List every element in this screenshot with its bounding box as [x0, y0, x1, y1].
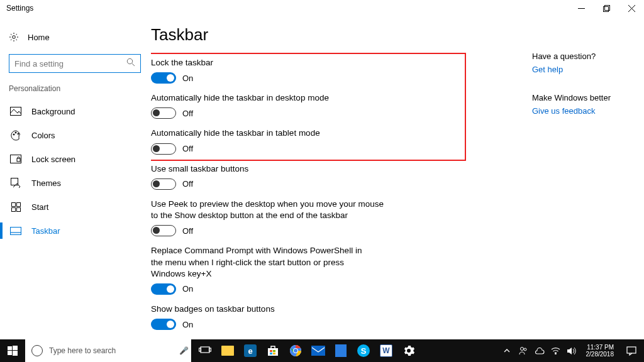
toggle-autohide-desktop[interactable]: [151, 107, 176, 119]
toggle-state: Off: [182, 109, 193, 118]
svg-rect-31: [270, 353, 272, 354]
sidebar-item-start[interactable]: Start: [9, 195, 151, 219]
toggle-lock-taskbar[interactable]: [151, 72, 176, 84]
window-title: Settings: [6, 4, 33, 13]
svg-rect-42: [627, 347, 636, 353]
svg-point-9: [13, 134, 14, 135]
svg-rect-26: [199, 348, 201, 351]
sidebar-item-label: Start: [31, 202, 48, 212]
tray-wifi-icon[interactable]: [550, 339, 562, 362]
svg-point-38: [520, 348, 523, 351]
nav-category: Personalization: [9, 84, 151, 93]
toggle-autohide-tablet[interactable]: [151, 143, 176, 155]
edge-icon: e: [244, 344, 257, 357]
sidebar-item-colors[interactable]: Colors: [9, 123, 151, 147]
get-help-link[interactable]: Get help: [532, 65, 626, 74]
svg-point-36: [294, 349, 297, 353]
taskbar-app-generic-1[interactable]: [330, 339, 352, 362]
action-center-button[interactable]: [621, 339, 641, 362]
svg-rect-27: [209, 348, 211, 351]
sidebar-item-label: Lock screen: [31, 155, 75, 164]
svg-rect-29: [270, 350, 272, 352]
taskbar-app-settings[interactable]: [398, 339, 419, 362]
task-view-icon: [199, 344, 211, 357]
start-button[interactable]: [0, 339, 25, 362]
taskbar-app-store[interactable]: [262, 339, 284, 362]
page-title: Taskbar: [151, 25, 644, 45]
toggle-state: Off: [182, 226, 193, 236]
home-button[interactable]: Home: [9, 28, 151, 47]
setting-label: Replace Command Prompt with Windows Powe…: [151, 245, 371, 280]
svg-rect-12: [11, 155, 21, 163]
setting-label: Lock the taskbar: [151, 57, 384, 69]
tray-chevron-up-icon[interactable]: [501, 339, 513, 362]
sidebar-item-lock-screen[interactable]: Lock screen: [9, 147, 151, 171]
sidebar-item-background[interactable]: Background: [9, 99, 151, 123]
clock-time: 11:37 PM: [586, 344, 614, 351]
toggle-small-buttons[interactable]: [151, 178, 176, 190]
svg-marker-41: [567, 348, 572, 354]
taskbar-app-chrome[interactable]: [285, 339, 306, 362]
main-panel: Taskbar Lock the taskbar On Automaticall…: [151, 16, 644, 339]
windows-taskbar: Type here to search 🎤 e S W: [0, 339, 644, 362]
svg-rect-23: [8, 351, 12, 355]
title-bar: Settings: [0, 0, 644, 16]
tray-volume-icon[interactable]: [566, 339, 579, 362]
settings-search[interactable]: [9, 54, 141, 73]
chrome-icon: [289, 344, 302, 357]
svg-rect-32: [273, 353, 275, 354]
skype-icon: S: [357, 344, 370, 357]
colors-icon: [9, 130, 23, 141]
sidebar-item-label: Taskbar: [31, 226, 60, 236]
taskbar-app-edge[interactable]: e: [240, 339, 261, 362]
window-controls: [569, 0, 644, 16]
tray-cloud-icon[interactable]: [533, 339, 546, 362]
sidebar-item-label: Colors: [31, 131, 55, 140]
toggle-state: On: [182, 74, 193, 83]
setting-label: Use small taskbar buttons: [151, 163, 384, 175]
svg-rect-18: [16, 207, 20, 211]
taskbar-search[interactable]: Type here to search 🎤: [25, 339, 192, 362]
sidebar-item-themes[interactable]: Themes: [9, 171, 151, 195]
toggle-badges[interactable]: [151, 319, 176, 330]
taskbar-app-mail[interactable]: [308, 339, 329, 362]
sidebar-item-label: Background: [31, 107, 75, 116]
store-icon: [267, 344, 279, 357]
background-icon: [9, 107, 23, 116]
svg-point-5: [13, 36, 16, 39]
toggle-state: On: [182, 320, 193, 329]
tray-people-icon[interactable]: [517, 339, 530, 362]
svg-rect-25: [201, 347, 209, 353]
themes-icon: [9, 178, 23, 188]
microphone-icon[interactable]: 🎤: [179, 346, 189, 355]
feedback-link[interactable]: Give us feedback: [532, 106, 626, 116]
taskbar-app-word[interactable]: W: [375, 339, 397, 362]
close-button[interactable]: [619, 0, 644, 16]
toggle-peek[interactable]: [151, 225, 176, 236]
help-pane: Have a question? Get help Make Windows b…: [532, 52, 626, 134]
taskbar-app-file-explorer[interactable]: [217, 339, 238, 362]
gear-icon: [9, 32, 19, 42]
sidebar-item-taskbar[interactable]: Taskbar: [9, 219, 151, 243]
taskbar-clock[interactable]: 11:37 PM 2/28/2018: [582, 344, 618, 358]
settings-gear-icon: [402, 344, 415, 357]
toggle-state: Off: [182, 144, 193, 153]
search-icon: [126, 58, 135, 69]
svg-point-39: [524, 348, 526, 351]
minimize-button[interactable]: [569, 0, 594, 16]
svg-point-40: [555, 353, 557, 354]
task-view-button[interactable]: [194, 339, 216, 362]
svg-rect-19: [11, 227, 21, 234]
svg-rect-2: [604, 5, 609, 10]
search-input[interactable]: [14, 59, 121, 69]
taskbar-icon: [9, 227, 23, 235]
svg-rect-24: [13, 351, 18, 356]
maximize-button[interactable]: [594, 0, 619, 16]
home-label: Home: [28, 33, 50, 42]
sidebar-item-label: Themes: [31, 178, 61, 188]
svg-point-11: [18, 133, 19, 134]
toggle-state: On: [182, 284, 193, 293]
taskbar-app-skype[interactable]: S: [353, 339, 374, 362]
toggle-powershell[interactable]: [151, 283, 176, 295]
svg-point-10: [15, 132, 16, 133]
